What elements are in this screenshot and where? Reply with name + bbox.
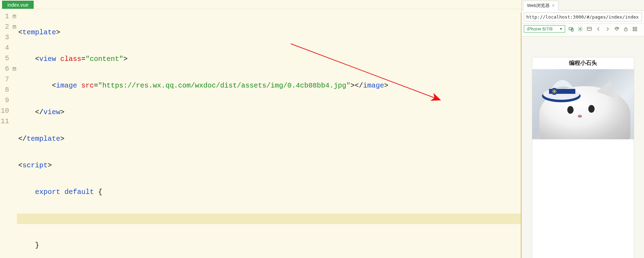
file-tab-label: index.vue bbox=[7, 2, 28, 8]
svg-rect-4 bbox=[587, 27, 591, 30]
close-icon[interactable]: × bbox=[552, 3, 555, 8]
editor-right-edge bbox=[521, 13, 521, 258]
line-number: 3 bbox=[0, 32, 11, 43]
file-tab[interactable]: index.vue bbox=[2, 1, 34, 9]
code-line: <script> bbox=[17, 160, 521, 171]
line-number: 10 bbox=[0, 106, 11, 116]
editor-pane: index.vue 1 2 3 4 5 6 7 8 9 10 11 ⊟ ⊟ ⊟ bbox=[0, 0, 521, 258]
editor-tabbar: index.vue bbox=[0, 0, 521, 9]
lock-icon[interactable] bbox=[623, 26, 629, 32]
code-area[interactable]: 1 2 3 4 5 6 7 8 9 10 11 ⊟ ⊟ ⊟ <template> bbox=[0, 9, 521, 258]
fold-column: ⊟ ⊟ ⊟ bbox=[12, 9, 17, 258]
url-input[interactable] bbox=[524, 13, 642, 21]
line-number: 9 bbox=[0, 95, 11, 106]
svg-rect-6 bbox=[633, 27, 635, 28]
fold-toggle[interactable]: ⊟ bbox=[13, 25, 16, 29]
code-text[interactable]: <template> <view class="content"> <image… bbox=[17, 9, 521, 258]
code-line: </template> bbox=[17, 134, 521, 144]
panel-tabbar: Web浏览器 × bbox=[522, 0, 644, 11]
page-title: 编程小石头 bbox=[532, 57, 634, 69]
device-preview-area: 编程小石头 bbox=[522, 36, 644, 258]
responsive-icon[interactable] bbox=[568, 26, 574, 32]
fold-toggle[interactable]: ⊟ bbox=[13, 15, 16, 18]
address-bar-row bbox=[522, 11, 644, 24]
line-number: 4 bbox=[0, 43, 11, 53]
svg-rect-1 bbox=[569, 27, 572, 30]
grid-icon[interactable] bbox=[632, 26, 638, 32]
code-line-highlighted bbox=[17, 214, 521, 224]
panel-tab-web-browser[interactable]: Web浏览器 × bbox=[523, 1, 559, 11]
preview-image bbox=[532, 69, 634, 139]
line-number: 7 bbox=[0, 74, 11, 85]
device-frame: 编程小石头 bbox=[532, 57, 634, 258]
preview-toolbar: iPhone 6/7/8 ▼ bbox=[522, 24, 644, 36]
refresh-icon[interactable] bbox=[614, 26, 620, 32]
line-number: 6 bbox=[0, 64, 11, 74]
line-gutter: 1 2 3 4 5 6 7 8 9 10 11 bbox=[0, 9, 12, 258]
device-select[interactable]: iPhone 6/7/8 ▼ bbox=[524, 25, 565, 33]
line-number: 11 bbox=[0, 116, 11, 127]
code-line: </view> bbox=[17, 107, 521, 118]
code-line: <image src="https://res.wx.qq.com/wxdoc/… bbox=[17, 81, 521, 91]
line-number: 8 bbox=[0, 85, 11, 95]
code-line: <template> bbox=[17, 27, 521, 38]
line-number: 1 bbox=[0, 11, 11, 22]
back-icon[interactable] bbox=[595, 26, 602, 32]
devtools-icon[interactable] bbox=[586, 26, 592, 32]
code-line: export default { bbox=[17, 187, 521, 197]
fold-toggle[interactable]: ⊟ bbox=[13, 67, 16, 71]
svg-rect-9 bbox=[635, 29, 637, 31]
svg-rect-8 bbox=[633, 29, 635, 31]
line-number: 2 bbox=[0, 22, 11, 32]
code-line: <view class="content"> bbox=[17, 54, 521, 64]
device-select-label: iPhone 6/7/8 bbox=[527, 26, 553, 32]
code-line: } bbox=[17, 240, 521, 251]
chevron-down-icon: ▼ bbox=[559, 27, 563, 31]
svg-rect-7 bbox=[635, 27, 637, 28]
web-browser-panel: Web浏览器 × iPhone 6/7/8 ▼ bbox=[521, 0, 644, 258]
panel-tab-label: Web浏览器 bbox=[527, 2, 550, 9]
gear-icon[interactable] bbox=[577, 26, 583, 32]
svg-point-3 bbox=[580, 28, 581, 30]
line-number: 5 bbox=[0, 53, 11, 64]
forward-icon[interactable] bbox=[604, 26, 611, 32]
svg-rect-5 bbox=[624, 29, 627, 31]
